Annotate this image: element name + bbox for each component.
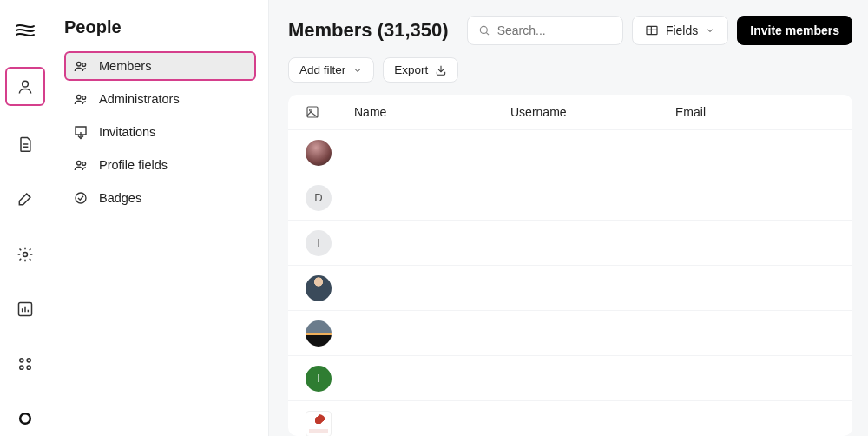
svg-point-5 (20, 366, 23, 369)
sidebar-nav: Members Administrators Invitations (64, 51, 256, 213)
rail-apps[interactable] (8, 347, 43, 380)
search-input-wrapper[interactable] (467, 16, 623, 45)
administrators-icon (73, 91, 89, 107)
sidebar-title: People (64, 17, 256, 37)
download-icon (435, 64, 447, 76)
wave-logo-icon (16, 22, 35, 37)
table-row[interactable] (288, 400, 852, 436)
table-row[interactable] (288, 265, 852, 310)
chevron-down-icon (352, 65, 363, 76)
avatar (306, 411, 332, 437)
sidebar-item-administrators[interactable]: Administrators (64, 84, 256, 114)
svg-point-8 (77, 63, 82, 67)
svg-point-14 (76, 193, 86, 203)
sidebar-item-invitations[interactable]: Invitations (64, 117, 256, 147)
column-avatar[interactable] (306, 105, 354, 119)
avatar: I (306, 230, 332, 256)
table-row[interactable]: I (288, 355, 852, 400)
export-button[interactable]: Export (383, 57, 458, 83)
badges-icon (73, 190, 89, 206)
search-input[interactable] (497, 23, 612, 37)
avatar (306, 275, 332, 301)
sidebar-item-members[interactable]: Members (64, 51, 256, 81)
table-row[interactable]: D (288, 175, 852, 220)
members-icon (73, 58, 89, 74)
search-icon (478, 23, 490, 37)
edit-icon (16, 190, 34, 208)
svg-point-13 (82, 162, 86, 166)
avatar: I (306, 366, 332, 392)
svg-point-6 (27, 366, 30, 369)
sidebar-item-profile-fields[interactable]: Profile fields (64, 150, 256, 180)
svg-rect-16 (647, 26, 657, 34)
sidebar-item-label: Administrators (99, 92, 180, 106)
gear-icon (16, 246, 34, 263)
chevron-down-icon (705, 25, 715, 36)
rail-compose[interactable] (8, 182, 43, 216)
column-username[interactable]: Username (510, 105, 675, 119)
grid-icon (16, 355, 34, 373)
column-email[interactable]: Email (675, 105, 835, 119)
image-icon (306, 105, 319, 119)
svg-point-1 (23, 252, 28, 256)
column-name[interactable]: Name (354, 105, 510, 119)
svg-point-9 (82, 63, 86, 67)
sidebar-item-label: Badges (99, 191, 141, 205)
table-row[interactable]: I (288, 220, 852, 265)
avatar: D (306, 185, 332, 211)
export-label: Export (394, 63, 428, 76)
add-filter-label: Add filter (299, 63, 345, 76)
topbar: Members (31,350) Fields Invite members (288, 16, 852, 45)
circle-icon (16, 410, 34, 427)
rail-circle[interactable] (8, 402, 43, 436)
rail-documents[interactable] (8, 127, 43, 161)
table-row[interactable] (288, 129, 852, 175)
table-icon (645, 23, 659, 37)
rail-settings[interactable] (8, 237, 43, 271)
svg-point-0 (23, 81, 29, 87)
rail-analytics[interactable] (8, 292, 43, 326)
svg-point-12 (77, 162, 82, 166)
app-logo[interactable] (8, 12, 43, 46)
profile-fields-icon (73, 157, 89, 173)
sidebar-item-badges[interactable]: Badges (64, 183, 256, 213)
sidebar-item-label: Members (99, 59, 151, 73)
page-title: Members (31,350) (288, 19, 458, 42)
table-row[interactable] (288, 310, 852, 355)
svg-point-15 (480, 26, 487, 33)
invite-button-label: Invite members (750, 23, 839, 37)
svg-point-10 (77, 96, 82, 100)
invitations-icon (73, 124, 89, 140)
avatar (306, 140, 332, 166)
table-header: Name Username Email (288, 95, 852, 129)
icon-rail (0, 0, 50, 436)
svg-point-4 (27, 359, 30, 362)
sidebar-item-label: Invitations (99, 125, 155, 139)
svg-point-3 (20, 359, 23, 362)
chart-icon (16, 301, 34, 318)
rail-people[interactable] (5, 67, 45, 106)
person-icon (16, 78, 34, 96)
svg-point-11 (82, 96, 86, 100)
invite-members-button[interactable]: Invite members (737, 16, 852, 45)
svg-point-7 (20, 414, 30, 425)
sidebar-item-label: Profile fields (99, 158, 168, 172)
avatar (306, 320, 332, 347)
svg-point-18 (310, 109, 312, 112)
add-filter-button[interactable]: Add filter (288, 57, 374, 83)
main: Members (31,350) Fields Invite members A… (269, 0, 868, 436)
sidebar: People Members Administrators (50, 0, 269, 436)
filters-row: Add filter Export (288, 57, 852, 83)
fields-button[interactable]: Fields (632, 16, 728, 45)
document-icon (16, 135, 34, 153)
members-table: Name Username Email D I I (288, 95, 852, 436)
fields-button-label: Fields (666, 23, 698, 37)
